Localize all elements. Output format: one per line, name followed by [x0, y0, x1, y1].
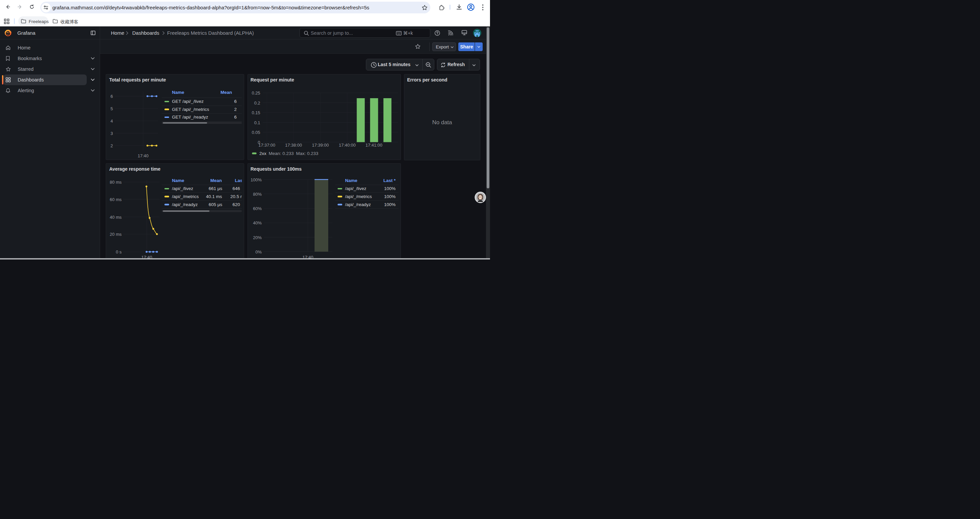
svg-text:20%: 20% [253, 235, 261, 240]
svg-text:2xx: 2xx [259, 151, 266, 156]
svg-text:100%: 100% [250, 177, 262, 182]
svg-text:0 s: 0 s [116, 249, 122, 254]
svg-text:60%: 60% [253, 206, 261, 211]
svg-text:17:40:00: 17:40:00 [339, 143, 356, 148]
svg-text:Max: 0.233: Max: 0.233 [296, 151, 318, 156]
svg-text:40%: 40% [253, 220, 261, 225]
svg-text:20 ms: 20 ms [110, 232, 122, 237]
svg-text:0.2: 0.2 [254, 101, 260, 105]
svg-text:40 ms: 40 ms [110, 215, 122, 220]
svg-text:0.1: 0.1 [254, 120, 260, 125]
svg-text:0.15: 0.15 [251, 110, 260, 115]
svg-text:17:41:00: 17:41:00 [365, 143, 382, 148]
svg-text:0.25: 0.25 [251, 91, 260, 96]
svg-text:Mean: 0.233: Mean: 0.233 [269, 151, 294, 156]
svg-text:60 ms: 60 ms [110, 197, 122, 202]
svg-text:6: 6 [110, 94, 113, 99]
svg-text:17:37:00: 17:37:00 [258, 143, 275, 148]
svg-text:0%: 0% [255, 249, 261, 254]
svg-text:2: 2 [110, 143, 113, 148]
svg-text:17:39:00: 17:39:00 [312, 143, 329, 148]
svg-text:5: 5 [110, 106, 113, 111]
svg-text:0.05: 0.05 [251, 130, 260, 135]
svg-text:17:40: 17:40 [137, 153, 148, 158]
svg-text:4: 4 [110, 118, 113, 124]
svg-text:80%: 80% [253, 192, 261, 197]
svg-text:80 ms: 80 ms [110, 180, 122, 185]
svg-text:3: 3 [110, 131, 113, 136]
svg-text:17:38:00: 17:38:00 [285, 143, 302, 148]
